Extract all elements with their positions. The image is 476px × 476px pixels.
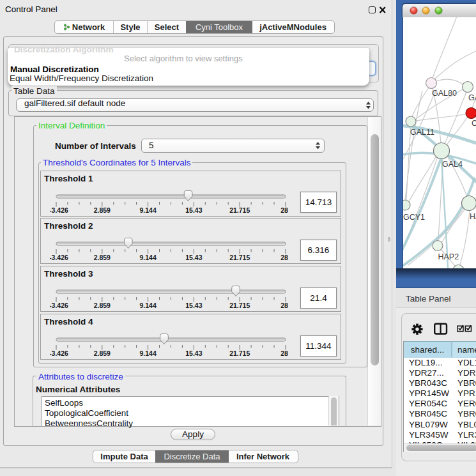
svg-text:21.715: 21.715 <box>229 302 250 309</box>
svg-text:GA: GA <box>468 93 476 102</box>
svg-text:2.859: 2.859 <box>94 302 111 309</box>
svg-text:GAL11: GAL11 <box>410 128 434 137</box>
svg-text:15.43: 15.43 <box>185 302 202 309</box>
svg-text:9.144: 9.144 <box>139 349 156 357</box>
svg-text:HA: HA <box>470 212 476 221</box>
svg-text:GAL4: GAL4 <box>442 160 463 169</box>
svg-text:15.43: 15.43 <box>185 206 202 214</box>
svg-text:9.144: 9.144 <box>139 302 156 309</box>
svg-text:2.859: 2.859 <box>94 206 111 214</box>
svg-text:28: 28 <box>280 206 288 214</box>
svg-text:28: 28 <box>280 302 288 309</box>
svg-text:21.715: 21.715 <box>229 254 250 261</box>
svg-text:28: 28 <box>280 254 288 261</box>
svg-text:-3.426: -3.426 <box>50 206 68 214</box>
svg-text:15.43: 15.43 <box>185 254 202 261</box>
svg-text:GAL80: GAL80 <box>432 89 457 98</box>
svg-text:GCY1: GCY1 <box>403 213 425 222</box>
svg-text:21.715: 21.715 <box>229 349 250 357</box>
svg-text:9.144: 9.144 <box>139 206 156 214</box>
svg-text:CY: CY <box>472 119 476 128</box>
svg-text:HAP2: HAP2 <box>438 252 459 261</box>
svg-text:2.859: 2.859 <box>94 254 111 261</box>
svg-text:15.43: 15.43 <box>185 349 202 357</box>
svg-text:-3.426: -3.426 <box>50 349 68 357</box>
svg-text:-3.426: -3.426 <box>50 254 68 261</box>
svg-text:9.144: 9.144 <box>139 254 156 261</box>
svg-text:2.859: 2.859 <box>94 349 111 357</box>
svg-text:28: 28 <box>280 349 288 357</box>
svg-text:-3.426: -3.426 <box>50 302 68 309</box>
svg-text:21.715: 21.715 <box>229 206 250 214</box>
